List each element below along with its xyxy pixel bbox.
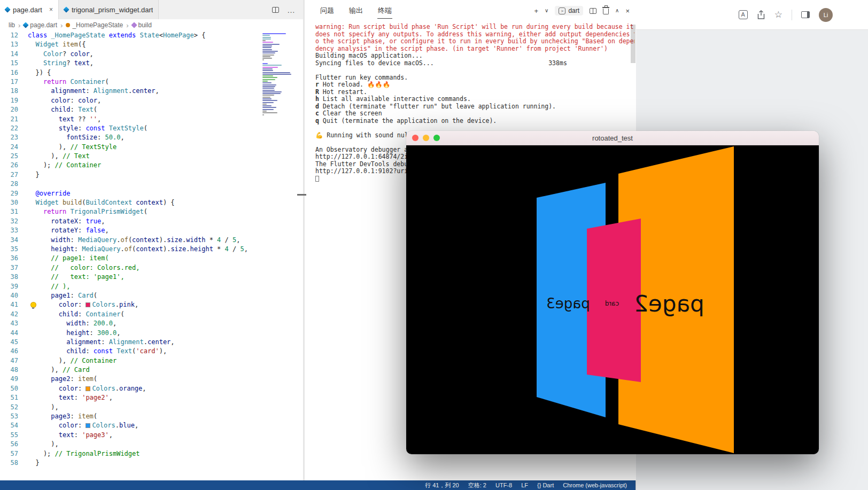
breadcrumb-item[interactable]: page.dart (24, 21, 57, 29)
code-line[interactable]: 16 }) { (0, 68, 303, 77)
code-line[interactable]: 17 return Container( (0, 77, 303, 87)
code-token: build (63, 199, 82, 206)
traffic-light-close[interactable] (412, 135, 418, 141)
code-line[interactable]: 13 Widget item({ (0, 40, 303, 49)
avatar[interactable]: Li (819, 8, 833, 22)
code-line[interactable]: 19 color: color, (0, 96, 303, 105)
code-line[interactable]: 14 Color? color, (0, 50, 303, 59)
code-token: } (28, 459, 40, 466)
close-panel-icon[interactable]: × (625, 7, 630, 14)
tabs: page.dart×trigonal_prism_widget.dart (0, 0, 159, 19)
split-editor-icon[interactable] (272, 7, 279, 13)
code-line[interactable]: 53 page3: item( (0, 412, 303, 421)
code-token: Text (117, 347, 132, 355)
code-line[interactable]: 44 height: 300.0, (0, 329, 303, 338)
panel-tab[interactable]: 问题 (320, 3, 335, 19)
code-line[interactable]: 50 color: Colors.orange, (0, 384, 303, 393)
code-text: width: MediaQuery.of(context).size.width… (18, 236, 240, 245)
breadcrumb-item[interactable]: build (132, 21, 152, 29)
code-line[interactable]: 29 @override (0, 189, 303, 198)
code-line[interactable]: 47 ), // Container (0, 356, 303, 365)
terminal-scrollbar[interactable] (631, 25, 636, 63)
minimap-bar (262, 111, 267, 112)
code-line[interactable]: 41 color: Colors.pink, (0, 300, 303, 309)
line-number: 54 (0, 421, 18, 430)
star-icon[interactable]: ☆ (774, 10, 782, 19)
code-line[interactable]: 22 style: const TextStyle( (0, 124, 303, 133)
status-item[interactable]: Chrome (web-javascript) (563, 482, 627, 488)
code-line[interactable]: 32 rotateX: true, (0, 217, 303, 226)
code-line[interactable]: 52 ), (0, 403, 303, 412)
app-titlebar[interactable]: rotoated_test (406, 131, 819, 145)
code-line[interactable]: 20 child: Text( (0, 105, 303, 114)
code-line[interactable]: 31 return TrigonalPrismWidget( (0, 207, 303, 216)
code-line[interactable]: 43 width: 200.0, (0, 319, 303, 328)
side-panel-icon[interactable] (801, 11, 810, 18)
code-line[interactable]: 55 text: 'page3', (0, 431, 303, 440)
code-line[interactable]: 35 height: MediaQuery.of(context).size.h… (0, 245, 303, 254)
more-actions-icon[interactable]: … (287, 5, 296, 14)
traffic-light-zoom[interactable] (433, 135, 440, 141)
code-line[interactable]: 26 ); // Container (0, 161, 303, 170)
code-line[interactable]: 27 } (0, 170, 303, 180)
code-line[interactable]: 38 // text: 'page1', (0, 273, 303, 282)
code-line[interactable]: 33 rotateY: false, (0, 226, 303, 235)
breadcrumb-item[interactable]: _HomePageState (66, 21, 123, 29)
line-number: 37 (0, 263, 18, 273)
tab-close-icon[interactable]: × (49, 6, 53, 13)
maximize-panel-icon[interactable]: ∧ (615, 8, 619, 13)
code-line[interactable]: 21 text ?? '', (0, 115, 303, 124)
page3-face-label: page3 (546, 295, 590, 312)
code-line[interactable]: 57 ); // TrigonalPrismWidget (0, 449, 303, 458)
code-line[interactable]: 56 ), (0, 440, 303, 449)
code-line[interactable]: 37 // color: Colors.red, (0, 263, 303, 273)
code-line[interactable]: 49 page2: item( (0, 375, 303, 384)
traffic-light-minimize[interactable] (423, 135, 429, 141)
code-line[interactable]: 18 alignment: Alignment.center, (0, 87, 303, 96)
breadcrumb-item[interactable]: lib (9, 21, 15, 29)
code-line[interactable]: 36 // page1: item( (0, 254, 303, 263)
share-icon[interactable] (757, 10, 765, 20)
code-line[interactable]: 30 Widget build(BuildContext context) { (0, 198, 303, 207)
line-number: 57 (0, 449, 18, 458)
editor-tab[interactable]: trigonal_prism_widget.dart (59, 0, 159, 19)
code-line[interactable]: 15 String? text, (0, 59, 303, 68)
code-line[interactable]: 12class _HomePageState extends State<Hom… (0, 31, 303, 40)
status-item[interactable]: 行 41，列 20 (425, 481, 459, 489)
code-line[interactable]: 23 fontSize: 50.0, (0, 133, 303, 142)
status-bar: 行 41，列 20空格: 2UTF-8LF{} DartChrome (web-… (0, 480, 636, 490)
code-line[interactable]: 25 ), // Text (0, 152, 303, 161)
panel-tab[interactable]: 终端 (377, 3, 392, 19)
code-token: ( (94, 292, 97, 299)
sash-handle[interactable] (297, 194, 306, 196)
code-line[interactable]: 28 (0, 180, 303, 189)
code-line[interactable]: 42 child: Container( (0, 310, 303, 319)
terminal-list-item[interactable]: > dart (555, 6, 583, 15)
code-line[interactable]: 34 width: MediaQuery.of(context).size.wi… (0, 236, 303, 245)
editor-tab[interactable]: page.dart× (0, 0, 59, 19)
status-item[interactable]: UTF-8 (495, 482, 512, 488)
minimap[interactable] (260, 31, 303, 480)
color-swatch (86, 302, 90, 307)
code-line[interactable]: 39 // ), (0, 282, 303, 291)
kill-terminal-icon[interactable] (603, 9, 609, 14)
code-line[interactable]: 46 child: const Text('card'), (0, 347, 303, 356)
code-line[interactable]: 54 color: Colors.blue, (0, 421, 303, 430)
code-line[interactable]: 45 alignment: Alignment.center, (0, 338, 303, 347)
code-line[interactable]: 48 ), // Card (0, 365, 303, 375)
code-line[interactable]: 51 text: 'page2', (0, 393, 303, 402)
translate-icon[interactable]: A (739, 10, 748, 19)
panel-tab[interactable]: 输出 (348, 3, 363, 19)
status-item[interactable]: 空格: 2 (468, 481, 486, 489)
split-terminal-icon[interactable] (590, 8, 596, 14)
new-terminal-icon[interactable]: + (534, 7, 538, 14)
status-item[interactable]: {} Dart (537, 482, 554, 488)
status-item[interactable]: LF (521, 482, 528, 488)
code-line[interactable]: 24 ), // TextStyle (0, 143, 303, 152)
terminal-profile-chevron-icon[interactable]: ∨ (545, 8, 548, 13)
code-line[interactable]: 58 } (0, 458, 303, 468)
editor-panel-sash[interactable] (303, 0, 305, 480)
code-token: . (120, 245, 124, 253)
code-line[interactable]: 40 page1: Card( (0, 291, 303, 300)
code-lines[interactable]: 12class _HomePageState extends State<Hom… (0, 31, 303, 480)
